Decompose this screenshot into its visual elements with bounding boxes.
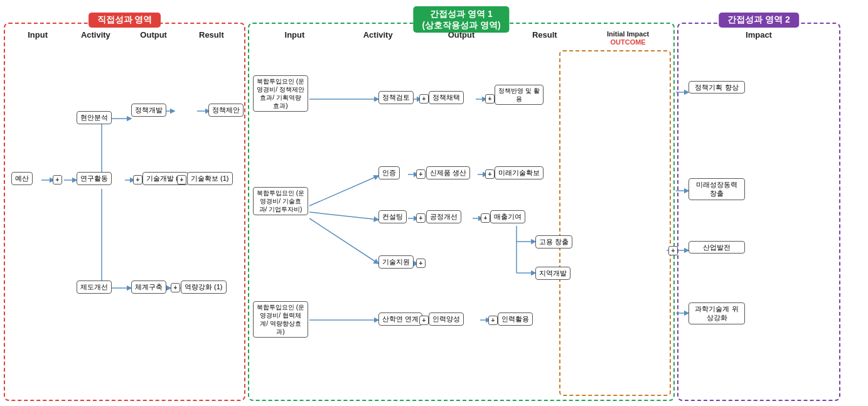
tech-support-plus: + [416,259,426,268]
input3-node: 북합투입요인 (운영경비/ 협력체계/ 역량향상효과) [253,301,308,338]
new-product-node: 신제품 생산 [426,166,470,179]
policy-adopt-node: 정책채택 [429,91,464,104]
direct-header-result: Result [183,30,240,40]
indirect1-region-title: 간접성과 영역 1 (상호작용성과 영역) [413,6,509,33]
sales-contrib-node: 매출기여 [490,210,525,223]
indirect2-header-impact: Impact [682,30,835,40]
svg-line-19 [309,212,378,220]
capacity-build-node: 역량강화 (1) [181,280,227,294]
research-plus: + [133,175,142,184]
policy-adopt-plus: + [485,94,495,104]
svg-line-18 [309,176,378,206]
policy-proposal-box: 정책제안 [208,104,244,117]
process-improve-plus: + [481,213,490,223]
indirect2-region: 간접성과 영역 2 Impact [677,23,840,401]
policy-apply-node: 정책반영 및 활용 [495,85,544,105]
cert-plus: + [416,169,426,179]
research-node: 연구활동 [77,172,112,185]
new-product-plus: + [485,169,495,179]
consulting-node: 컨설팅 [378,210,407,223]
science-status-node: 과학기술계 위상강화 [689,302,745,324]
system-build-plus: + [171,283,180,292]
process-improve-node: 공정개선 [426,210,461,223]
policy-dev-box: 정책개발 [131,104,166,117]
policy-review-node: 정책검토 [378,91,414,104]
direct-header-output: Output [125,30,183,40]
research-box: 연구활동 [77,172,112,185]
future-growth-node: 미래성장동력 창출 [689,178,745,200]
budget-plus: + [53,175,62,184]
industry-academia-node: 산학연 연계 [378,313,422,326]
industry-dev-node: 산업발전 [689,241,745,254]
direct-region: 직접성과 영역 Input Activity Output Result [4,23,245,401]
issue-analysis-node: 현안분석 [77,111,112,124]
indirect1-header-activity: Activity [336,30,420,46]
direct-col-headers: Input Activity Output Result [9,29,240,43]
svg-line-20 [309,218,378,264]
manpower-train-plus: + [488,316,498,325]
system-improvement-node: 제도개선 [77,280,112,294]
tech-dev-plus: + [177,175,186,184]
direct-header-activity: Activity [67,30,124,40]
direct-arrows [9,43,240,370]
indirect1-header-result: Result [503,30,586,46]
main-container: 직접성과 영역 Input Activity Output Result [0,0,868,406]
indirect1-header-input: Input [253,30,336,46]
direct-region-title: 직접성과 영역 [88,13,161,28]
input1-node: 북합투입요인 (운영경비/ 정책제안효과/ 기획역량 효과) [253,75,308,112]
regional-dev-node: 지역개발 [535,267,571,280]
indirect2-region-title: 간접성과 영역 2 [719,13,799,28]
system-build-box: 체계구축 [131,280,166,294]
indirect2-col-headers: Impact [682,29,835,43]
indirect2-plus: + [668,246,678,255]
future-tech-node: 미래기술확보 [495,166,544,179]
tech-secure-box: 기술확보 (1) [187,172,233,185]
industry-academia-plus: + [419,316,429,325]
policy-proposal-node: 정책제안 [208,104,244,117]
direct-header-input: Input [9,30,67,40]
budget-node: 예산 [11,172,33,185]
issue-analysis-box: 현안분석 [77,111,112,124]
indirect1-region: 간접성과 영역 1 (상호작용성과 영역) Input Activity Out… [248,23,675,401]
consulting-plus: + [416,213,426,223]
job-create-node: 고용 창출 [535,235,572,248]
budget-box: 예산 [11,172,33,185]
manpower-train-node: 인력양성 [429,313,464,326]
indirect1-header-initial-impact: Initial ImpactOUTCOME [586,30,670,46]
direct-flow: 예산 + 현안분석 연구활동 제도개선 정책개발 + [9,43,240,370]
tech-secure-node: 기술확보 (1) [187,172,233,185]
system-build-node: 체계구축 [131,280,166,294]
indirect1-flow: 북합투입요인 (운영경비/ 정책제안효과/ 기획역량 효과) 정책검토 + 정책… [253,50,670,358]
input2-node: 북합투입요인 (운영경비/ 기술효과/ 기업투자비) [253,187,308,215]
tech-support-node: 기술지원 [378,255,414,269]
policy-plan-node: 정책기획 향상 [689,81,745,93]
system-improvement-box: 제도개선 [77,280,112,294]
indirect2-flow: 정책기획 향상 미래성장동력 창출 + 산업발전 과학기술계 위상강화 [682,43,835,370]
policy-review-plus: + [419,94,429,104]
certification-node: 인증 [378,166,400,179]
policy-dev-node: 정책개발 [131,104,166,117]
capacity-build-box: 역량강화 (1) [181,280,227,294]
manpower-use-node: 인력활용 [498,313,533,326]
